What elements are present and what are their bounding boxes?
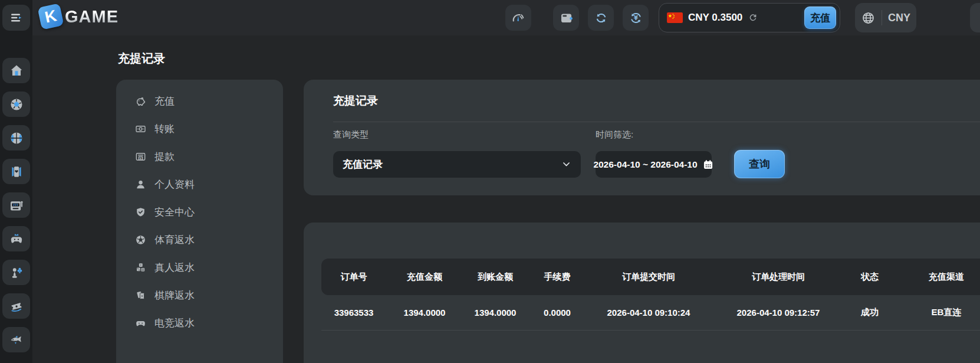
china-flag-icon xyxy=(667,12,683,23)
deposit-button[interactable]: 充值 xyxy=(804,6,836,29)
refresh-icon xyxy=(594,11,609,25)
menu-item-sports-rebate[interactable]: 体育返水 xyxy=(116,226,283,254)
cell-process-time: 2026-04-10 09:12:57 xyxy=(711,308,846,318)
date-range-value: 2026-04-10 ~ 2026-04-10 xyxy=(593,159,697,170)
gauge-icon xyxy=(511,10,526,25)
gauge-button[interactable] xyxy=(505,5,531,31)
menu-item-label: 真人返水 xyxy=(154,261,195,274)
menu-item-label: 安全中心 xyxy=(154,205,195,219)
rail-item-lottery[interactable] xyxy=(2,293,30,319)
menu-item-label: 个人资料 xyxy=(154,178,195,191)
money-transfer-icon xyxy=(134,123,147,135)
query-type-label: 查询类型 xyxy=(333,129,369,140)
records-filter-card: 充提记录 查询类型 充值记录 时间筛选: 2026-04-10 ~ 2026-0… xyxy=(304,80,980,195)
soccer-ball-icon xyxy=(134,234,147,246)
rate-refresh-icon[interactable] xyxy=(748,12,758,23)
search-button[interactable]: 查询 xyxy=(734,150,785,178)
currency-exchange-button[interactable]: ¥ xyxy=(623,5,649,31)
menu-item-profile[interactable]: 个人资料 xyxy=(116,171,283,198)
selected-query-type: 充值记录 xyxy=(343,158,561,171)
account-menu: 充值 转账 $ 提款 xyxy=(116,80,283,363)
withdraw-icon: $ xyxy=(134,151,147,163)
yen-exchange-icon: ¥ xyxy=(629,11,643,25)
dice-icon xyxy=(134,261,147,274)
menu-item-label: 提款 xyxy=(154,150,175,163)
chevron-down-icon xyxy=(561,159,571,169)
column-header: 订单提交时间 xyxy=(587,272,711,283)
logo-k-badge: K xyxy=(37,3,64,30)
soccer-ball-icon xyxy=(9,97,24,112)
menu-item-withdraw[interactable]: $ 提款 xyxy=(116,143,283,171)
poker-cards-icon xyxy=(9,164,24,179)
records-table-card: 订单号 充值金额 到账金额 手续费 订单提交时间 订单处理时间 状态 充值渠道 … xyxy=(304,223,980,363)
menu-item-transfer[interactable]: 转账 xyxy=(116,115,283,143)
esports-controller-icon xyxy=(9,231,24,247)
globe-icon xyxy=(861,11,876,25)
menu-item-live-rebate[interactable]: 真人返水 xyxy=(116,254,283,282)
column-header: 充值渠道 xyxy=(893,272,980,283)
cell-status: 成功 xyxy=(846,307,893,318)
game-controller-icon xyxy=(134,317,147,329)
rail-item-casino-cards[interactable] xyxy=(2,159,30,184)
rail-item-basketball[interactable] xyxy=(2,125,30,151)
cell-fee: 0.0000 xyxy=(528,308,587,318)
rail-item-slots[interactable]: 777 xyxy=(2,192,30,218)
column-header: 到账金额 xyxy=(463,272,528,283)
column-header: 订单号 xyxy=(321,272,386,283)
cell-channel: EB直连 xyxy=(893,307,980,318)
app-window: K GAME xyxy=(0,0,980,363)
menu-item-deposit[interactable]: 充值 xyxy=(116,87,283,115)
menu-item-esports-rebate[interactable]: 电竞返水 xyxy=(116,309,283,337)
menu-item-security[interactable]: 安全中心 xyxy=(116,198,283,226)
menu-item-label: 体育返水 xyxy=(154,233,195,247)
cell-submit-time: 2026-04-10 09:10:24 xyxy=(587,308,711,318)
svg-text:$: $ xyxy=(140,157,142,160)
column-header: 订单处理时间 xyxy=(711,272,846,283)
icon-rail: 777 xyxy=(0,0,32,363)
chess-icon xyxy=(9,265,24,280)
svg-text:777: 777 xyxy=(13,202,18,206)
column-header: 状态 xyxy=(846,272,893,283)
lottery-ticket-icon xyxy=(9,299,24,314)
divider xyxy=(882,10,882,25)
table-row: 33963533 1394.0000 1394.0000 0.0000 2026… xyxy=(321,295,980,331)
column-header: 手续费 xyxy=(528,272,587,283)
refresh-button[interactable] xyxy=(588,5,614,31)
rail-item-chess[interactable] xyxy=(2,260,30,285)
basketball-icon xyxy=(9,130,24,146)
menu-item-label: 电竞返水 xyxy=(154,316,195,330)
hamburger-icon xyxy=(9,11,24,25)
menu-item-label: 棋牌返水 xyxy=(154,289,195,302)
cut-off-button[interactable] xyxy=(970,3,980,32)
calendar-icon xyxy=(702,159,714,171)
rail-item-esports[interactable] xyxy=(2,226,30,251)
logo[interactable]: K GAME xyxy=(40,5,119,28)
wallet-button[interactable] xyxy=(553,5,579,31)
rail-nav: 777 xyxy=(0,58,30,352)
cell-order-id: 33963533 xyxy=(321,308,386,318)
fish-icon xyxy=(9,332,24,348)
menu-toggle-button[interactable] xyxy=(2,5,30,31)
currency-widget: CNY 0.3500 充值 xyxy=(659,3,840,32)
menu-item-cards-rebate[interactable]: 棋牌返水 xyxy=(116,282,283,309)
wallet-icon xyxy=(559,11,574,25)
rail-item-soccer[interactable] xyxy=(2,91,30,117)
column-header: 充值金额 xyxy=(386,272,463,283)
svg-text:¥: ¥ xyxy=(634,15,638,21)
rail-item-fishing[interactable] xyxy=(2,327,30,352)
slot-machine-icon: 777 xyxy=(9,198,24,213)
card-title: 充提记录 xyxy=(333,93,378,109)
page-title: 充提记录 xyxy=(118,51,165,67)
logo-text: GAME xyxy=(65,7,119,27)
query-type-select[interactable]: 充值记录 xyxy=(333,151,581,178)
language-currency-switcher[interactable]: CNY xyxy=(855,3,916,32)
poker-cards-icon xyxy=(134,289,147,302)
time-filter-label: 时间筛选: xyxy=(596,129,633,140)
selected-currency: CNY xyxy=(888,12,910,24)
rail-item-home[interactable] xyxy=(2,58,30,83)
cell-credited-amount: 1394.0000 xyxy=(463,308,528,318)
home-icon xyxy=(9,63,24,79)
currency-rate: CNY 0.3500 xyxy=(688,12,742,24)
menu-item-label: 充值 xyxy=(154,94,175,108)
date-range-input[interactable]: 2026-04-10 ~ 2026-04-10 xyxy=(596,151,712,178)
